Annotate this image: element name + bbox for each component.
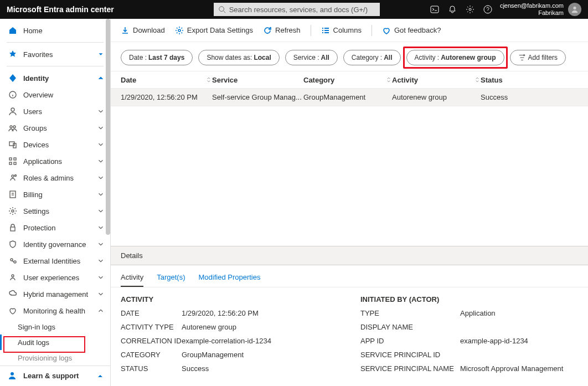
main: Download Export Data Settings Refresh Co… <box>111 19 588 386</box>
sidebar-groups[interactable]: Groups <box>0 120 110 136</box>
filter-show-dates[interactable]: Show dates as: Local <box>198 50 279 65</box>
filter-activity[interactable]: Activity : Autorenew group <box>406 50 504 65</box>
svg-rect-33 <box>322 30 323 31</box>
sort-icon[interactable] <box>385 76 392 83</box>
filter-service[interactable]: Service : All <box>285 50 338 65</box>
roles-icon <box>8 173 17 182</box>
columns-button[interactable]: Columns <box>321 26 362 35</box>
home-icon <box>8 26 17 35</box>
sidebar: Home Favorites Identity Overview Users G… <box>0 19 111 386</box>
svg-rect-35 <box>322 32 323 33</box>
user-icon <box>8 107 17 116</box>
svg-rect-34 <box>324 30 329 31</box>
sidebar-billing[interactable]: Billing <box>0 186 110 203</box>
heart-icon <box>382 26 391 35</box>
export-button[interactable]: Export Data Settings <box>175 26 253 35</box>
refresh-button[interactable]: Refresh <box>263 26 301 35</box>
col-activity[interactable]: Activity <box>392 76 418 84</box>
svg-rect-31 <box>322 28 323 29</box>
chevron-up-icon <box>97 74 105 82</box>
download-button[interactable]: Download <box>121 26 165 35</box>
sidebar-signin-logs[interactable]: Sign-in logs <box>0 319 110 334</box>
svg-point-23 <box>12 210 14 212</box>
governance-icon <box>8 240 17 249</box>
health-icon <box>8 306 17 315</box>
filter-category[interactable]: Category : All <box>343 50 401 65</box>
sidebar-applications[interactable]: Applications <box>0 153 110 169</box>
tab-activity[interactable]: Activity <box>121 273 143 287</box>
chevron-down-icon <box>97 107 105 115</box>
sidebar-favorites[interactable]: Favorites <box>0 46 110 63</box>
avatar[interactable] <box>568 3 581 16</box>
info-icon <box>8 90 17 99</box>
filter-add-icon <box>518 54 526 61</box>
chevron-down-icon <box>97 141 105 148</box>
sidebar-learn-support[interactable]: Learn & support <box>0 366 110 385</box>
svg-point-28 <box>12 275 14 277</box>
table-header: Date Service Category Activity Status <box>111 71 588 89</box>
devices-icon <box>8 140 17 149</box>
command-bar: Download Export Data Settings Refresh Co… <box>111 19 588 42</box>
chevron-down-icon <box>97 191 105 198</box>
svg-point-9 <box>11 108 14 111</box>
sidebar-overview[interactable]: Overview <box>0 86 110 103</box>
filter-date[interactable]: Date : Last 7 days <box>121 50 193 65</box>
gear-icon <box>175 26 184 35</box>
col-category[interactable]: Category <box>303 76 334 84</box>
table-row[interactable]: 1/29/2020, 12:56:20 PM Self-service Grou… <box>111 89 588 106</box>
svg-point-18 <box>12 175 14 177</box>
person-icon <box>571 6 579 13</box>
svg-point-10 <box>10 126 12 128</box>
feedback-button[interactable]: Got feedback? <box>382 26 441 35</box>
user-email: cjensen@fabrikam.com <box>500 2 564 9</box>
actor-heading: INITIATED BY (ACTOR) <box>360 295 578 303</box>
sidebar-devices[interactable]: Devices <box>0 136 110 153</box>
sidebar-scrollbar[interactable] <box>106 19 110 235</box>
chevron-down-icon <box>97 50 105 58</box>
sidebar-identity-governance[interactable]: Identity governance <box>0 236 110 253</box>
details-header: Details <box>111 246 588 265</box>
search-icon <box>218 6 226 13</box>
svg-rect-14 <box>9 158 12 160</box>
gear-icon <box>8 207 17 215</box>
svg-point-19 <box>15 175 17 177</box>
tab-modified-properties[interactable]: Modified Properties <box>198 273 260 287</box>
help-icon[interactable] <box>483 5 492 14</box>
details-tabs: Activity Target(s) Modified Properties <box>111 265 588 287</box>
lock-icon <box>8 223 17 232</box>
sidebar-home[interactable]: Home <box>0 22 110 39</box>
col-status[interactable]: Status <box>481 76 503 84</box>
chevron-down-icon <box>97 257 105 265</box>
chevron-down-icon <box>97 290 105 298</box>
svg-line-27 <box>12 261 14 262</box>
external-icon <box>8 256 17 265</box>
columns-icon <box>321 26 330 35</box>
sidebar-monitoring[interactable]: Monitoring & health <box>0 302 110 319</box>
sidebar-identity[interactable]: Identity <box>0 70 110 86</box>
apps-icon <box>8 157 17 166</box>
sidebar-external-identities[interactable]: External Identities <box>0 253 110 269</box>
col-service[interactable]: Service <box>212 76 238 84</box>
notifications-icon[interactable] <box>448 5 457 14</box>
sidebar-hybrid[interactable]: Hybrid management <box>0 286 110 302</box>
sidebar-user-experiences[interactable]: User experiences <box>0 269 110 286</box>
sidebar-roles[interactable]: Roles & admins <box>0 169 110 186</box>
tab-targets[interactable]: Target(s) <box>157 273 185 287</box>
col-date[interactable]: Date <box>121 76 136 84</box>
svg-point-3 <box>469 8 471 11</box>
add-filters-button[interactable]: Add filters <box>510 50 566 65</box>
sidebar-users[interactable]: Users <box>0 103 110 120</box>
user-account[interactable]: cjensen@fabrikam.com Fabrikam <box>500 2 564 17</box>
settings-icon[interactable] <box>466 5 474 14</box>
search-input[interactable]: Search resources, services, and docs (G+… <box>214 3 380 16</box>
sort-icon[interactable] <box>205 76 212 83</box>
sidebar-provisioning-logs[interactable]: Provisioning logs <box>0 350 110 366</box>
cloudshell-icon[interactable] <box>430 5 439 14</box>
sidebar-settings[interactable]: Settings <box>0 203 110 219</box>
svg-point-4 <box>484 6 492 13</box>
sort-icon[interactable] <box>474 76 481 83</box>
svg-rect-16 <box>9 162 12 164</box>
svg-rect-32 <box>324 28 329 29</box>
sidebar-audit-logs[interactable]: Audit logs <box>0 334 110 350</box>
sidebar-protection[interactable]: Protection <box>0 219 110 236</box>
